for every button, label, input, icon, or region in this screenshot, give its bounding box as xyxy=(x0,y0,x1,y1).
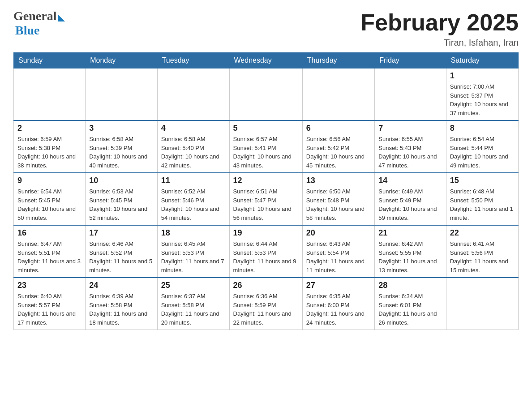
day-number: 27 xyxy=(306,281,371,290)
day-number: 14 xyxy=(378,176,442,185)
day-number: 25 xyxy=(161,281,226,290)
day-number: 26 xyxy=(233,281,299,290)
day-info: Sunrise: 6:46 AM Sunset: 5:52 PM Dayligh… xyxy=(89,240,153,274)
day-info: Sunrise: 7:00 AM Sunset: 5:37 PM Dayligh… xyxy=(450,82,515,117)
calendar-cell: 8Sunrise: 6:54 AM Sunset: 5:44 PM Daylig… xyxy=(446,120,518,173)
day-number: 9 xyxy=(17,176,82,185)
page-subtitle: Tiran, Isfahan, Iran xyxy=(360,38,519,48)
calendar-cell: 15Sunrise: 6:48 AM Sunset: 5:50 PM Dayli… xyxy=(446,173,518,225)
calendar-cell: 4Sunrise: 6:58 AM Sunset: 5:40 PM Daylig… xyxy=(157,120,229,173)
day-number: 19 xyxy=(233,228,299,238)
day-number: 28 xyxy=(378,281,442,290)
day-number: 18 xyxy=(161,228,226,238)
calendar-week-row: 9Sunrise: 6:54 AM Sunset: 5:45 PM Daylig… xyxy=(14,173,519,225)
day-number: 11 xyxy=(161,176,226,185)
day-number: 1 xyxy=(450,71,515,81)
day-number: 10 xyxy=(89,176,153,185)
day-info: Sunrise: 6:58 AM Sunset: 5:39 PM Dayligh… xyxy=(89,135,153,170)
logo-blue-text: Blue xyxy=(15,23,39,37)
calendar-cell: 5Sunrise: 6:57 AM Sunset: 5:41 PM Daylig… xyxy=(229,120,302,173)
calendar-cell xyxy=(375,68,446,121)
calendar-header-row: SundayMondayTuesdayWednesdayThursdayFrid… xyxy=(14,53,519,68)
day-info: Sunrise: 6:39 AM Sunset: 5:58 PM Dayligh… xyxy=(89,292,153,327)
day-info: Sunrise: 6:43 AM Sunset: 5:54 PM Dayligh… xyxy=(306,240,371,274)
logo-general-text: General xyxy=(13,9,56,23)
day-info: Sunrise: 6:56 AM Sunset: 5:42 PM Dayligh… xyxy=(306,135,371,170)
calendar-cell: 10Sunrise: 6:53 AM Sunset: 5:45 PM Dayli… xyxy=(86,173,157,225)
calendar-table: SundayMondayTuesdayWednesdayThursdayFrid… xyxy=(13,52,519,330)
day-info: Sunrise: 6:59 AM Sunset: 5:38 PM Dayligh… xyxy=(17,135,82,170)
day-info: Sunrise: 6:47 AM Sunset: 5:51 PM Dayligh… xyxy=(17,240,82,274)
day-number: 4 xyxy=(161,124,226,133)
calendar-header-sunday: Sunday xyxy=(14,53,86,68)
day-info: Sunrise: 6:55 AM Sunset: 5:43 PM Dayligh… xyxy=(378,135,442,170)
day-info: Sunrise: 6:34 AM Sunset: 6:01 PM Dayligh… xyxy=(378,292,442,327)
day-info: Sunrise: 6:53 AM Sunset: 5:45 PM Dayligh… xyxy=(89,187,153,222)
day-info: Sunrise: 6:54 AM Sunset: 5:45 PM Dayligh… xyxy=(17,187,82,222)
calendar-cell xyxy=(14,68,86,121)
calendar-cell: 3Sunrise: 6:58 AM Sunset: 5:39 PM Daylig… xyxy=(86,120,157,173)
day-number: 6 xyxy=(306,124,371,133)
calendar-cell: 16Sunrise: 6:47 AM Sunset: 5:51 PM Dayli… xyxy=(14,225,86,278)
calendar-cell: 20Sunrise: 6:43 AM Sunset: 5:54 PM Dayli… xyxy=(302,225,374,278)
calendar-cell xyxy=(229,68,302,121)
calendar-header-tuesday: Tuesday xyxy=(157,53,229,68)
calendar-header-thursday: Thursday xyxy=(302,53,374,68)
calendar-cell: 19Sunrise: 6:44 AM Sunset: 5:53 PM Dayli… xyxy=(229,225,302,278)
calendar-cell: 11Sunrise: 6:52 AM Sunset: 5:46 PM Dayli… xyxy=(157,173,229,225)
calendar-cell: 6Sunrise: 6:56 AM Sunset: 5:42 PM Daylig… xyxy=(302,120,374,173)
day-number: 23 xyxy=(17,281,82,290)
day-info: Sunrise: 6:37 AM Sunset: 5:58 PM Dayligh… xyxy=(161,292,226,327)
calendar-header-saturday: Saturday xyxy=(446,53,518,68)
calendar-week-row: 16Sunrise: 6:47 AM Sunset: 5:51 PM Dayli… xyxy=(14,225,519,278)
calendar-cell: 18Sunrise: 6:45 AM Sunset: 5:53 PM Dayli… xyxy=(157,225,229,278)
calendar-week-row: 2Sunrise: 6:59 AM Sunset: 5:38 PM Daylig… xyxy=(14,120,519,173)
logo-triangle-icon xyxy=(58,14,65,21)
day-info: Sunrise: 6:51 AM Sunset: 5:47 PM Dayligh… xyxy=(233,187,299,222)
calendar-cell: 28Sunrise: 6:34 AM Sunset: 6:01 PM Dayli… xyxy=(375,278,446,330)
calendar-cell: 22Sunrise: 6:41 AM Sunset: 5:56 PM Dayli… xyxy=(446,225,518,278)
calendar-cell: 2Sunrise: 6:59 AM Sunset: 5:38 PM Daylig… xyxy=(14,120,86,173)
calendar-cell: 23Sunrise: 6:40 AM Sunset: 5:57 PM Dayli… xyxy=(14,278,86,330)
day-info: Sunrise: 6:40 AM Sunset: 5:57 PM Dayligh… xyxy=(17,292,82,327)
calendar-header-wednesday: Wednesday xyxy=(229,53,302,68)
calendar-cell xyxy=(446,278,518,330)
calendar-cell: 9Sunrise: 6:54 AM Sunset: 5:45 PM Daylig… xyxy=(14,173,86,225)
calendar-cell: 27Sunrise: 6:35 AM Sunset: 6:00 PM Dayli… xyxy=(302,278,374,330)
day-number: 5 xyxy=(233,124,299,133)
day-info: Sunrise: 6:42 AM Sunset: 5:55 PM Dayligh… xyxy=(378,240,442,274)
day-info: Sunrise: 6:52 AM Sunset: 5:46 PM Dayligh… xyxy=(161,187,226,222)
calendar-header-friday: Friday xyxy=(375,53,446,68)
page-title: February 2025 xyxy=(360,9,519,36)
day-info: Sunrise: 6:49 AM Sunset: 5:49 PM Dayligh… xyxy=(378,187,442,222)
calendar-cell: 24Sunrise: 6:39 AM Sunset: 5:58 PM Dayli… xyxy=(86,278,157,330)
calendar-cell: 7Sunrise: 6:55 AM Sunset: 5:43 PM Daylig… xyxy=(375,120,446,173)
day-number: 16 xyxy=(17,228,82,238)
calendar-cell xyxy=(157,68,229,121)
day-number: 13 xyxy=(306,176,371,185)
title-area: February 2025 Tiran, Isfahan, Iran xyxy=(360,9,519,48)
page-header: General Blue February 2025 Tiran, Isfaha… xyxy=(13,9,519,48)
calendar-cell: 1Sunrise: 7:00 AM Sunset: 5:37 PM Daylig… xyxy=(446,68,518,121)
day-number: 7 xyxy=(378,124,442,133)
calendar-week-row: 23Sunrise: 6:40 AM Sunset: 5:57 PM Dayli… xyxy=(14,278,519,330)
day-number: 20 xyxy=(306,228,371,238)
day-info: Sunrise: 6:44 AM Sunset: 5:53 PM Dayligh… xyxy=(233,240,299,274)
day-number: 21 xyxy=(378,228,442,238)
day-number: 17 xyxy=(89,228,153,238)
calendar-cell: 14Sunrise: 6:49 AM Sunset: 5:49 PM Dayli… xyxy=(375,173,446,225)
day-info: Sunrise: 6:58 AM Sunset: 5:40 PM Dayligh… xyxy=(161,135,226,170)
calendar-week-row: 1Sunrise: 7:00 AM Sunset: 5:37 PM Daylig… xyxy=(14,68,519,121)
calendar-cell xyxy=(86,68,157,121)
calendar-cell: 17Sunrise: 6:46 AM Sunset: 5:52 PM Dayli… xyxy=(86,225,157,278)
day-info: Sunrise: 6:36 AM Sunset: 5:59 PM Dayligh… xyxy=(233,292,299,327)
calendar-header-monday: Monday xyxy=(86,53,157,68)
calendar-cell: 25Sunrise: 6:37 AM Sunset: 5:58 PM Dayli… xyxy=(157,278,229,330)
day-number: 22 xyxy=(450,228,515,238)
calendar-cell: 12Sunrise: 6:51 AM Sunset: 5:47 PM Dayli… xyxy=(229,173,302,225)
day-info: Sunrise: 6:48 AM Sunset: 5:50 PM Dayligh… xyxy=(450,187,515,222)
day-info: Sunrise: 6:57 AM Sunset: 5:41 PM Dayligh… xyxy=(233,135,299,170)
day-number: 2 xyxy=(17,124,82,133)
day-number: 15 xyxy=(450,176,515,185)
day-number: 8 xyxy=(450,124,515,133)
